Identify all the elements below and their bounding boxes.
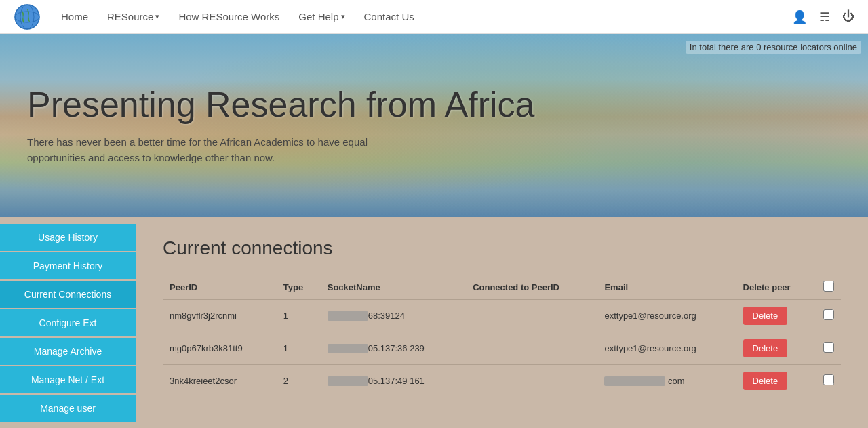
nav-icon-group: 👤 ☴ ⏻ [792,9,854,24]
delete-button[interactable]: Delete [743,372,788,390]
peer-id-cell: nm8gvflr3j2rcnmi [163,300,277,332]
row-select-cell [816,300,841,332]
type-cell: 1 [277,332,321,365]
delete-button[interactable]: Delete [743,307,788,325]
col-select-all [816,275,841,300]
socket-name-cell: 68:39124 [321,300,466,332]
table-row: mg0p67krb3k81tt9 1 05.137:36 239 exttype… [163,332,841,365]
hero-title: Presenting Research from Africa [27,85,535,124]
connected-to-cell [466,332,597,365]
delete-cell: Delete [736,300,816,332]
sidebar-item-usage-history[interactable]: Usage History [0,224,136,251]
socket-blurred [328,344,368,353]
sidebar-item-manage-net-ext[interactable]: Manage Net / Ext [0,366,136,393]
row-checkbox[interactable] [823,342,834,353]
nav-links: Home RESource ▾ How RESource Works Get H… [61,11,792,22]
email-cell-blurred: com [597,365,736,397]
table-header-row: PeerID Type SocketName Connected to Peer… [163,275,841,300]
logo[interactable] [14,3,41,31]
navbar: Home RESource ▾ How RESource Works Get H… [0,0,868,34]
nav-get-help[interactable]: Get Help ▾ [298,11,344,22]
peer-id-cell: 3nk4kreieet2csor [163,365,277,397]
resource-locator-status: In total there are 0 resource locators o… [686,41,861,54]
col-connected-to: Connected to PeerID [466,275,597,300]
get-help-chevron-icon: ▾ [341,12,345,21]
nav-how-resource-works[interactable]: How RESource Works [178,11,279,22]
socket-blurred [328,376,368,386]
connections-table: PeerID Type SocketName Connected to Peer… [163,275,841,397]
delete-cell: Delete [736,332,816,365]
socket-blurred [328,311,368,321]
sidebar-item-configure-ext[interactable]: Configure Ext [0,309,136,336]
hero-section: In total there are 0 resource locators o… [0,34,868,217]
peer-id-cell: mg0p67krb3k81tt9 [163,332,277,365]
sidebar-item-payment-history[interactable]: Payment History [0,252,136,279]
type-cell: 2 [277,365,321,397]
connected-to-cell [466,365,597,397]
sidebar-item-manage-archive[interactable]: Manage Archive [0,338,136,365]
sidebar-item-current-connections[interactable]: Current Connections [0,281,136,308]
main-layout: Usage History Payment History Current Co… [0,217,868,428]
hero-subtitle: There has never been a better time for t… [27,135,393,166]
row-select-cell [816,365,841,397]
rss-icon[interactable]: ☴ [819,9,830,24]
user-icon[interactable]: 👤 [792,9,807,24]
power-icon[interactable]: ⏻ [842,9,854,24]
email-cell: exttype1@resource.org [597,300,736,332]
type-cell: 1 [277,300,321,332]
socket-name-cell: 05.137:36 239 [321,332,466,365]
nav-home[interactable]: Home [61,11,88,22]
delete-button[interactable]: Delete [743,339,788,357]
sidebar-item-manage-user[interactable]: Manage user [0,395,136,422]
email-cell: exttype1@resource.org [597,332,736,365]
section-title: Current connections [163,237,841,259]
delete-cell: Delete [736,365,816,397]
row-checkbox[interactable] [823,309,834,320]
table-row: 3nk4kreieet2csor 2 05.137:49 161 com Del… [163,365,841,397]
hero-content: Presenting Research from Africa There ha… [0,65,562,186]
row-checkbox[interactable] [823,374,834,385]
col-peer-id: PeerID [163,275,277,300]
select-all-checkbox[interactable] [823,281,834,292]
email-blurred [604,376,665,386]
connected-to-cell [466,300,597,332]
socket-name-cell: 05.137:49 161 [321,365,466,397]
row-select-cell [816,332,841,365]
nav-contact-us[interactable]: Contact Us [364,11,414,22]
main-content: Current connections PeerID Type SocketNa… [136,217,868,428]
col-email: Email [597,275,736,300]
col-socket-name: SocketName [321,275,466,300]
col-delete-peer: Delete peer [736,275,816,300]
table-row: nm8gvflr3j2rcnmi 1 68:39124 exttype1@res… [163,300,841,332]
sidebar: Usage History Payment History Current Co… [0,217,136,428]
col-type: Type [277,275,321,300]
nav-resource[interactable]: RESource ▾ [107,11,159,22]
resource-chevron-icon: ▾ [155,12,159,21]
